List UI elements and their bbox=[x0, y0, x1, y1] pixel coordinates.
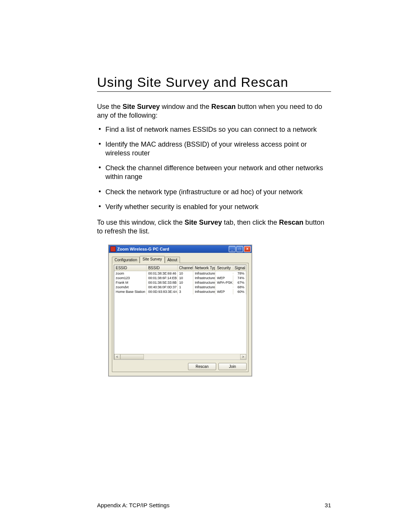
cell-bssid: 00:0D:93:83:3E:4A bbox=[147, 289, 177, 294]
cell-ntype: Infrastructure bbox=[193, 289, 215, 294]
bullet-item: Check the channel difference between you… bbox=[97, 164, 331, 181]
rescan-button[interactable]: Rescan bbox=[188, 363, 216, 370]
intro-bold-1: Site Survey bbox=[123, 103, 160, 110]
intro-bold-2: Rescan bbox=[211, 103, 236, 110]
bullet-list: Find a list of network names ESSIDs so y… bbox=[97, 125, 331, 211]
window-titlebar[interactable]: Zoom Wireless-G PC Card _ □ × bbox=[109, 245, 252, 253]
tab-configuration[interactable]: Configuration bbox=[112, 257, 140, 263]
instr-pre: To use this window, click the bbox=[97, 219, 185, 226]
app-icon bbox=[110, 246, 116, 252]
horizontal-scrollbar[interactable]: < > bbox=[114, 354, 246, 359]
tab-panel: ESSID BSSID Channel Network Type Securit… bbox=[112, 263, 249, 372]
body-text: Use the Site Survey window and the Resca… bbox=[97, 102, 331, 235]
cell-channel: 3 bbox=[178, 289, 193, 294]
instr-bold-1: Site Survey bbox=[185, 219, 222, 226]
tab-site-survey[interactable]: Site Survey bbox=[140, 256, 164, 263]
col-signal[interactable]: Signal bbox=[233, 265, 246, 271]
tab-bar: Configuration Site Survey About bbox=[112, 256, 249, 263]
cell-security bbox=[215, 286, 233, 288]
bullet-item: Verify whether security is enabled for y… bbox=[97, 203, 331, 211]
cell-security: WEP bbox=[215, 289, 233, 294]
scroll-right-button[interactable]: > bbox=[240, 354, 246, 359]
col-security[interactable]: Security bbox=[215, 265, 233, 271]
network-listview[interactable]: ESSID BSSID Channel Network Type Securit… bbox=[114, 265, 247, 360]
tab-about[interactable]: About bbox=[165, 257, 180, 263]
bullet-item: Find a list of network names ESSIDs so y… bbox=[97, 125, 331, 134]
listview-rows: zoom 00:01:38:3E:69:46 10 Infrastructure… bbox=[114, 271, 246, 294]
scroll-track[interactable] bbox=[120, 354, 240, 359]
col-channel[interactable]: Channel bbox=[178, 265, 193, 271]
instr-bold-2: Rescan bbox=[279, 219, 303, 226]
minimize-button[interactable]: _ bbox=[229, 246, 236, 252]
intro-paragraph: Use the Site Survey window and the Resca… bbox=[97, 102, 331, 120]
button-row: Rescan Join bbox=[114, 363, 247, 370]
window-title: Zoom Wireless-G PC Card bbox=[117, 247, 228, 251]
page-footer: Appendix A: TCP/IP Settings 31 bbox=[97, 502, 331, 508]
page-title: Using Site Survey and Rescan bbox=[97, 74, 331, 90]
bullet-item: Check the network type (infrastructure o… bbox=[97, 188, 331, 197]
listview-header: ESSID BSSID Channel Network Type Securit… bbox=[114, 265, 246, 271]
scroll-left-button[interactable]: < bbox=[114, 354, 120, 359]
cell-essid: Home Base Station bbox=[114, 289, 147, 294]
join-button[interactable]: Join bbox=[218, 363, 247, 370]
close-button[interactable]: × bbox=[244, 246, 251, 252]
maximize-button[interactable]: □ bbox=[236, 246, 243, 252]
col-network-type[interactable]: Network Type bbox=[193, 265, 215, 271]
col-bssid[interactable]: BSSID bbox=[147, 265, 177, 271]
col-essid[interactable]: ESSID bbox=[114, 265, 147, 271]
bullet-item: Identify the MAC address (BSSID) of your… bbox=[97, 140, 331, 158]
cell-security: WPA-PSK bbox=[215, 280, 233, 285]
title-rule bbox=[97, 91, 331, 92]
table-row[interactable]: Home Base Station 00:0D:93:83:3E:4A 3 In… bbox=[114, 289, 246, 294]
cell-signal: 60% bbox=[233, 289, 246, 294]
intro-pre: Use the bbox=[97, 103, 123, 110]
instruction-paragraph: To use this window, click the Site Surve… bbox=[97, 218, 331, 236]
cell-security bbox=[215, 273, 233, 274]
instr-mid: tab, then click the bbox=[222, 219, 279, 226]
intro-mid: window and the bbox=[160, 103, 211, 110]
site-survey-window: Zoom Wireless-G PC Card _ □ × Configurat… bbox=[108, 245, 252, 376]
footer-right: 31 bbox=[325, 502, 331, 508]
footer-left: Appendix A: TCP/IP Settings bbox=[97, 502, 169, 508]
scroll-thumb[interactable] bbox=[120, 354, 144, 359]
